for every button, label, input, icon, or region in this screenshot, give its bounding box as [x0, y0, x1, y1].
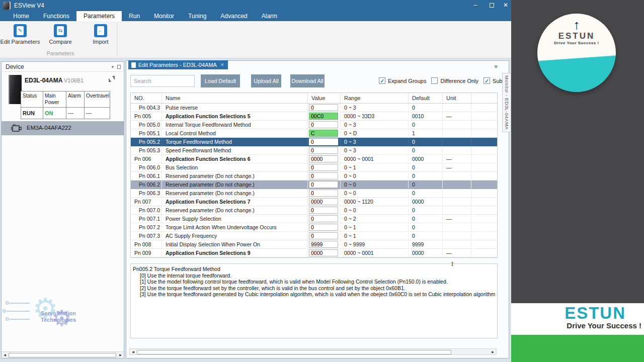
pin-icon[interactable] [117, 65, 121, 69]
param-value-input[interactable]: 0000 [309, 249, 338, 256]
minimize-button[interactable]: – [469, 1, 482, 10]
menu-tab-run[interactable]: Run [122, 11, 147, 21]
parameter-toolbar: Load Default Upload All Download All ✓ E… [126, 73, 509, 90]
menu-tab-alarm[interactable]: Alarm [255, 11, 284, 21]
estun-footer: ESTUN Drive Your Success ! [511, 303, 644, 335]
menu-tab-tuning[interactable]: Tuning [181, 11, 213, 21]
param-value-input[interactable]: 9999 [309, 241, 338, 248]
param-unit [443, 223, 471, 231]
menu-tab-functions[interactable]: Functions [36, 11, 76, 21]
import-button[interactable]: ← Import [80, 24, 121, 45]
scroll-thumb[interactable] [9, 353, 116, 357]
checkbox-icon[interactable] [431, 77, 438, 84]
param-value-input[interactable]: 0000 [309, 155, 338, 162]
connection-icon[interactable] [108, 75, 116, 85]
table-row[interactable]: Pn 006Application Function Selections 60… [131, 155, 497, 163]
table-row[interactable]: Pn 006.3Reserved parameter (Do not chang… [131, 189, 497, 198]
param-value-cell: 0000 [308, 249, 341, 257]
param-unit [443, 240, 471, 248]
param-extra [471, 180, 497, 189]
table-row[interactable]: Pn 007.3AC Supply Frequency00 ~ 10 [131, 232, 497, 240]
param-default: 0 [409, 172, 443, 180]
checkbox-difference-only[interactable]: Difference Only [431, 77, 478, 84]
table-row[interactable]: Pn 005.1Local Control MethodC0 ~ D1 [131, 129, 497, 138]
table-row[interactable]: Pn 005.3Speed Feedforward Method00 ~ 30 [131, 146, 497, 155]
table-row[interactable]: Pn 007.2Torque Limit Action When Undervo… [131, 223, 497, 232]
param-default: 0 [409, 146, 443, 154]
menu-tab-home[interactable]: Home [6, 11, 36, 21]
checkbox-expand-groups[interactable]: ✓ Expand Groups [379, 77, 426, 84]
param-range: 0000 ~ 0001 [341, 249, 409, 257]
param-value-input[interactable]: 0 [309, 172, 338, 179]
menu-tab-parameters[interactable]: Parameters [76, 11, 122, 21]
param-name: Reserved parameter (Do not change.) [162, 189, 308, 197]
main-hscrollbar[interactable]: ◀ ▶ [129, 348, 497, 355]
param-value-input[interactable]: 0 [309, 164, 338, 171]
param-value-input[interactable]: 0 [309, 104, 338, 111]
param-value-input[interactable]: 0 [309, 215, 338, 222]
download-all-button[interactable]: Download All [290, 74, 325, 87]
table-row[interactable]: Pn 007Application Function Selections 70… [131, 198, 497, 206]
maximize-icon [490, 3, 494, 8]
param-value-input[interactable]: 0 [309, 121, 338, 128]
menu-tab-advanced[interactable]: Advanced [213, 11, 254, 21]
close-button[interactable]: ✕ [499, 1, 512, 10]
tab-close-icon[interactable]: ✕ [220, 60, 224, 69]
load-default-button[interactable]: Load Default [201, 74, 240, 87]
param-unit [443, 189, 471, 197]
document-tab[interactable]: Edit Parameters - ED3L-04AMA ✕ [128, 60, 228, 69]
table-row[interactable]: Pn 007.0Reserved parameter (Do not chang… [131, 206, 497, 215]
table-row[interactable]: Pn 006.2Reserved parameter (Do not chang… [131, 180, 497, 189]
motor-list-item[interactable]: EM3A-04AFA222 [2, 121, 124, 135]
param-value-input[interactable]: 0 [309, 207, 338, 214]
param-value-cell: 0000 [308, 198, 341, 206]
search-input[interactable] [130, 75, 195, 87]
param-value-input[interactable]: 0000 [309, 198, 338, 205]
table-row[interactable]: Pn 006.1Reserved parameter (Do not chang… [131, 172, 497, 180]
param-value-input[interactable]: 0 [309, 181, 338, 188]
param-no: Pn 006.3 [131, 189, 162, 197]
table-row[interactable]: Pn 008Initial Display Selection When Pow… [131, 240, 497, 249]
table-row[interactable]: Pn 005Application Function Selections 50… [131, 112, 497, 121]
table-row[interactable]: Pn 005.2Torque Feedforward Method00 ~ 30 [131, 138, 497, 146]
device-name[interactable]: ED3L-04AMA [25, 77, 62, 84]
device-panel-hscrollbar[interactable]: ◀ ▶ [2, 351, 124, 358]
document-well-menu-icon[interactable]: ≡ [495, 64, 498, 69]
table-row[interactable]: Pn 004.3Pulse reverse00 ~ 30 [131, 104, 497, 112]
param-value-input[interactable]: C [309, 130, 338, 137]
scroll-right-icon[interactable]: ▶ [490, 349, 496, 355]
scroll-left-icon[interactable]: ◀ [2, 352, 8, 358]
table-row[interactable]: Pn 009Application Function Selections 90… [131, 249, 497, 257]
param-extra [471, 198, 497, 206]
compare-button[interactable]: ⇆ Compare [40, 24, 80, 45]
upload-all-button[interactable]: Upload All [251, 74, 281, 87]
knob-brand: ESTUN [537, 32, 616, 41]
description-line: Pn005.2 Torque Feedforward Method [133, 266, 497, 273]
scroll-right-icon[interactable]: ▶ [118, 352, 123, 358]
scroll-left-icon[interactable]: ◀ [130, 349, 136, 355]
maximize-button[interactable] [485, 1, 498, 10]
checkbox-icon[interactable]: ✓ [484, 77, 490, 84]
param-value-input[interactable]: 00C0 [309, 113, 338, 120]
table-row[interactable]: Pn 005.0Internal Torque Feedforward Meth… [131, 121, 497, 129]
param-value-input[interactable]: 0 [309, 138, 338, 145]
table-row[interactable]: Pn 007.1Power Supply Selection00 ~ 20— [131, 215, 497, 223]
menu-tab-monitor[interactable]: Monitor [147, 11, 181, 21]
param-no: Pn 007.0 [131, 206, 162, 214]
param-value-cell: 9999 [308, 240, 341, 248]
param-default: 0000 [409, 249, 443, 257]
checkbox-icon[interactable]: ✓ [379, 77, 385, 84]
param-name: Application Function Selections 9 [162, 249, 308, 257]
param-value-input[interactable]: 0 [309, 224, 338, 231]
param-value-input[interactable]: 0 [309, 190, 338, 197]
param-default: 1 [409, 129, 443, 137]
param-value-input[interactable]: 0 [309, 232, 338, 239]
collapse-icon[interactable]: ▾ [111, 62, 114, 72]
monitor-side-tab[interactable]: Monitor - ED3L-04AMA [502, 73, 511, 132]
param-value-input[interactable]: 0 [309, 147, 338, 154]
table-row[interactable]: Pn 006.0Bus Selection00 ~ 10— [131, 163, 497, 172]
param-value-cell: 00C0 [308, 112, 341, 120]
edit-parameters-button[interactable]: ✎ Edit Parameters [0, 24, 40, 45]
scroll-thumb[interactable] [137, 350, 451, 354]
param-range: 0 ~ 1 [341, 163, 409, 171]
